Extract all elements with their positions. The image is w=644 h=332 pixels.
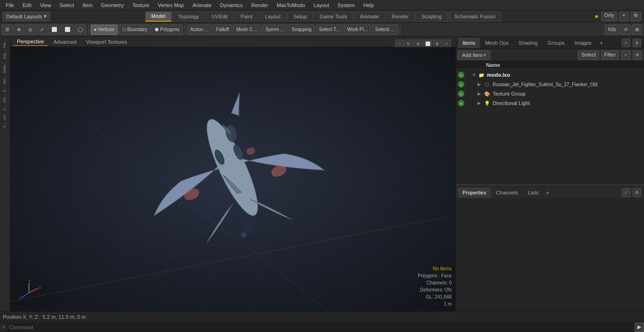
panel-settings-btn[interactable]: ⚙ [633, 39, 641, 47]
menu-view[interactable]: View [36, 1, 55, 9]
tool-action-center[interactable]: ⬜ [61, 24, 74, 35]
bottom-tab-channels[interactable]: Channels [491, 187, 522, 198]
layout-tab-schematic[interactable]: Schematic Fusion [448, 11, 502, 22]
eye-icon-light[interactable]: ● [458, 100, 464, 106]
tool-select-mode[interactable]: ☰ [2, 24, 13, 35]
layout-tab-topology[interactable]: Topology [172, 11, 205, 22]
select-button[interactable]: Select [578, 50, 599, 60]
item-row-modo-lxo[interactable]: ● ▼ 📁 modo.lxo [456, 70, 644, 80]
expand-icon-light[interactable]: ▶ [478, 101, 483, 105]
sidebar-label-vert[interactable]: Vert... [3, 75, 7, 85]
viewport-tab-advanced[interactable]: Advanced [50, 38, 80, 46]
bottom-panel-settings[interactable]: ⚙ [633, 188, 641, 197]
add-item-button[interactable]: Add Item ▾ [458, 50, 490, 60]
eye-icon-texture[interactable]: ● [458, 90, 464, 97]
tool-grid[interactable]: ⊞ [632, 24, 642, 35]
viewport-ctrl-settings[interactable]: ⚙ [433, 40, 441, 48]
tool-polygons[interactable]: ⬢ Polygons [151, 24, 182, 35]
expand-icon-modo[interactable]: ▼ [472, 73, 478, 77]
viewport-ctrl-expand[interactable]: ⤢ [442, 40, 451, 48]
layout-tab-render[interactable]: Render [386, 11, 415, 22]
tool-symm[interactable]: Symm ... [262, 24, 287, 35]
sidebar-label-c[interactable]: C... [3, 105, 7, 112]
items-more-btn[interactable]: ≡ [633, 50, 642, 60]
item-row-directional-light[interactable]: ● ▶ 💡 Directional Light [456, 98, 644, 108]
layout-tab-paint[interactable]: Paint [234, 11, 258, 22]
only-button[interactable]: Only [601, 12, 618, 21]
sidebar-label-f[interactable]: F... [3, 122, 7, 128]
item-row-texture-group[interactable]: ● ▶ 🎨 Texture Group [456, 89, 644, 98]
bottom-tab-lists[interactable]: Lists [523, 187, 544, 198]
items-minus-btn[interactable]: − [621, 50, 630, 60]
menu-system[interactable]: System [334, 1, 359, 9]
viewport-ctrl-rotate[interactable]: ↻ [405, 40, 413, 48]
sidebar-label-e[interactable]: E... [3, 86, 7, 93]
add-layout-button[interactable]: + [619, 12, 628, 21]
filter-button[interactable]: Filter [601, 50, 619, 60]
tool-scale[interactable]: ⤢ [37, 24, 47, 35]
panel-tab-meshops[interactable]: Mesh Ops [480, 38, 513, 48]
tool-rotate[interactable]: ◎ [25, 24, 36, 35]
layout-dropdown[interactable]: Default Layouts ▾ [3, 12, 50, 21]
tool-snapping[interactable]: Snapping [289, 24, 315, 35]
tool-boundary[interactable]: ⬡ Boundary [119, 24, 151, 35]
expand-icon-texture[interactable]: ▶ [478, 91, 483, 96]
menu-animate[interactable]: Animate [189, 1, 215, 9]
tool-select-t[interactable]: Select T... [316, 24, 343, 35]
layout-tab-scripting[interactable]: Scripting [415, 11, 448, 22]
menu-geometry[interactable]: Geometry [97, 1, 127, 9]
panel-tab-items[interactable]: Items [458, 38, 480, 48]
menu-dynamics[interactable]: Dynamics [216, 1, 247, 9]
panel-tab-shading[interactable]: Shading [514, 38, 542, 48]
viewport-tab-textures[interactable]: Viewport Textures [82, 38, 131, 46]
bottom-tab-properties[interactable]: Properties [458, 187, 491, 198]
tool-box[interactable]: ⬜ [48, 24, 60, 35]
panel-tab-images[interactable]: Images [570, 38, 596, 48]
layout-tab-layout[interactable]: Layout [259, 11, 287, 22]
items-list[interactable]: ● ▼ 📁 modo.lxo ● ▶ ⬡ Russian_Jet_Fighter… [456, 69, 644, 184]
menu-edit[interactable]: Edit [19, 1, 35, 9]
item-row-russian-jet[interactable]: ● ▶ ⬡ Russian_Jet_Fighter_Sukhoi_Su_27_F… [456, 80, 644, 89]
sidebar-label-uv[interactable]: UV... [3, 112, 7, 121]
sidebar-label-mesh[interactable]: Mesh... [3, 61, 7, 74]
sidebar-label-pol[interactable]: Pol... [3, 94, 7, 104]
viewport-ctrl-zoom[interactable]: ⊕ [414, 40, 422, 48]
tool-action[interactable]: Action ... [187, 24, 212, 35]
expand-icon-jet[interactable]: ▶ [478, 82, 483, 87]
layout-tab-uvedit[interactable]: UVEdit [206, 11, 234, 22]
tool-transform[interactable]: ⊕ [14, 24, 24, 35]
menu-file[interactable]: File [2, 1, 18, 9]
viewport-ctrl-move[interactable]: ↔ [395, 40, 404, 48]
tool-falloff[interactable]: Falloff [213, 24, 232, 35]
viewport-ctrl-fit[interactable]: ⬜ [423, 40, 432, 48]
bottom-panel-expand[interactable]: ⤢ [622, 188, 630, 197]
panel-tab-add[interactable]: + [597, 38, 606, 48]
command-run-button[interactable]: ▶ [635, 323, 644, 332]
eye-icon-modo[interactable]: ● [458, 72, 464, 78]
tool-circle[interactable]: ◯ [74, 24, 86, 35]
viewport-tab-perspective[interactable]: Perspective [13, 38, 48, 46]
panel-collapse-btn[interactable]: ⤢ [622, 39, 630, 47]
sidebar-label-dup[interactable]: Dup... [3, 49, 7, 60]
layout-tab-setup[interactable]: Setup [287, 11, 313, 22]
eye-icon-jet[interactable]: ● [458, 81, 464, 88]
menu-vertexmap[interactable]: Vertex Map [154, 1, 188, 9]
layout-settings-button[interactable]: ⚙ [630, 12, 641, 21]
menu-maxtomodo[interactable]: MaxToModo [273, 1, 309, 9]
viewport-canvas[interactable]: .gl{stroke:#6688aa;stroke-width:0.5;opac… [10, 47, 455, 311]
layout-tab-gametools[interactable]: Game Tools [314, 11, 354, 22]
star-button[interactable]: ★ [594, 13, 599, 20]
bottom-panel-add[interactable]: + [544, 189, 551, 196]
tool-selecti[interactable]: Selecti ... [372, 24, 398, 35]
menu-help[interactable]: Help [360, 1, 378, 9]
layout-tab-animate[interactable]: Animate [354, 11, 385, 22]
menu-select[interactable]: Select [56, 1, 78, 9]
panel-tab-groups[interactable]: Groups [543, 38, 569, 48]
menu-texture[interactable]: Texture [129, 1, 153, 9]
menu-item[interactable]: Item [79, 1, 96, 9]
tool-kits[interactable]: Kits [605, 24, 619, 35]
layout-tab-model[interactable]: Model [145, 11, 172, 22]
tool-work-pl[interactable]: Work Pl... [344, 24, 371, 35]
command-input[interactable] [7, 323, 635, 332]
tool-undo[interactable]: ↺ [620, 24, 631, 35]
